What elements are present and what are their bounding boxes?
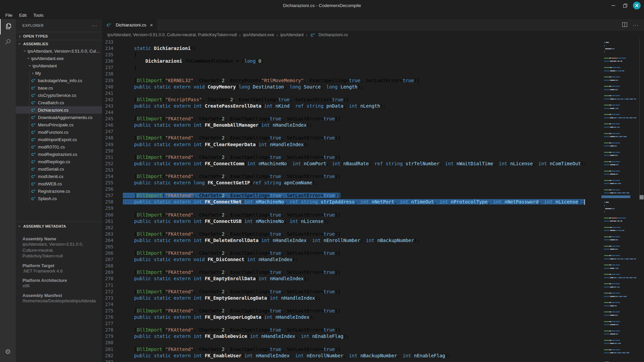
code-line-233[interactable]: 233 [102,39,601,45]
code-line-262[interactable]: 262 [102,225,601,231]
code-line-248[interactable]: 248 [DllImport("FKAttend", CharSet=2, Ex… [102,135,601,141]
menu-item-tools[interactable]: Tools [30,12,47,18]
tree-item-ipsattendant-version-3-51-0-0-cul-[interactable]: ›ipsAttendant, Version=3.51.0.0, Cul… [16,47,102,55]
code-line-269[interactable]: 269 [DllImport("FKAttend", CharSet=2, Ex… [102,269,601,276]
tree-item-modregistrazioni-cs[interactable]: C#modRegistrazioni.cs [16,150,102,158]
menu-item-file[interactable]: File [2,12,16,18]
code-line-258[interactable]: 258····public·static·extern·int·FK_Conne… [102,199,601,205]
code-line-260[interactable]: 260 [DllImport("FKAttend", CharSet=2, Ex… [102,212,601,218]
breadcrumb-item[interactable]: ipsAttendant, Version=3.51.0.0, Culture=… [107,33,237,37]
code-line-249[interactable]: 249 public static extern int FK_ClearKee… [102,141,601,148]
search-activity-button[interactable] [0,35,16,50]
code-line-235[interactable]: 235 { [102,52,601,58]
tree-item-registrazione-cs[interactable]: C#Registrazione.cs [16,187,102,195]
tree-item-ipsattendant-exe[interactable]: ›ipsAttendant.exe [16,55,102,62]
code-line-270[interactable]: 270 public static extern int FK_EmptyEnr… [102,276,601,282]
tree-item-my[interactable]: ›My [16,69,102,77]
tree-item-creabatch-cs[interactable]: C#CreaBatch.cs [16,99,102,106]
code-line-280[interactable]: 280 [102,340,601,346]
menu-item-edit[interactable]: Edit [16,12,30,18]
csharp-file-icon: C# [31,129,36,135]
code-line-273[interactable]: 273 public static extern int FK_EmptyGen… [102,295,601,301]
tree-item-menuprincipale-cs[interactable]: C#MenuPrincipale.cs [16,121,102,128]
code-line-text: public static extern int FK_EnableDevice… [123,333,601,340]
code-line-255[interactable]: 255 public static extern long FK_Connect… [102,180,601,186]
code-line-278[interactable]: 278 [DllImport("FKAttend", CharSet=2, Ex… [102,327,601,333]
code-line-244[interactable]: 244 [102,109,601,116]
code-line-238[interactable]: 238 [102,71,601,77]
code-line-239[interactable]: 239 [DllImport("KERNEL32", CharSet=2, En… [102,77,601,84]
tab-close-icon[interactable]: × [150,22,153,28]
tree-item-modutenti-cs[interactable]: C#modUtenti.cs [16,173,102,180]
code-line-264[interactable]: 264 public static extern int FK_DeleteEn… [102,237,601,244]
tab-dichiarazioni[interactable]: C# Dichiarazioni.cs × [102,19,157,31]
tree-item-modweb-cs[interactable]: C#modWEB.cs [16,180,102,187]
code-line-257[interactable]: 257····[DllImport("FKAttend",·CharSet=2,… [102,192,601,199]
csharp-file-icon: C# [31,188,36,194]
code-line-259[interactable]: 259 [102,205,601,212]
code-line-247[interactable]: 247 [102,128,601,135]
code-line-283[interactable]: 283 [102,359,601,362]
breadcrumb-item[interactable]: ipsAttendant [280,33,304,37]
code-line-276[interactable]: 276 public static extern int FK_EmptySup… [102,314,601,320]
tree-item-clscryptoservice-cs[interactable]: C#clsCryptoService.cs [16,92,102,99]
breadcrumb-item[interactable]: ipsAttendant.exe [243,33,274,37]
code-line-267[interactable]: 267 public static extern void FK_DisConn… [102,256,601,263]
tree-item-dichiarazioni-cs[interactable]: C#Dichiarazioni.cs [16,106,102,114]
code-line-282[interactable]: 282 public static extern int FK_EnableUs… [102,353,601,359]
section-open-types[interactable]: › OPEN TYPES [16,32,102,40]
code-editor[interactable]: 233234 static Dichiarazioni()235 {236 Di… [102,39,644,362]
code-line-251[interactable]: 251 [DllImport("FKAttend", CharSet=2, Ex… [102,154,601,161]
line-number: 246 [102,122,118,128]
code-line-252[interactable]: 252 public static extern int FK_ConnectC… [102,161,601,167]
code-line-242[interactable]: 242 [DllImport("EncriptPass", CharSet=2,… [102,97,601,103]
code-line-254[interactable]: 254 [DllImport("FKAttend", CharSet=2, Ex… [102,173,601,180]
code-line-243[interactable]: 243 public static extern int CreatePassE… [102,103,601,109]
code-line-263[interactable]: 263 [DllImport("FKAttend", CharSet=2, Ex… [102,231,601,237]
code-line-265[interactable]: 265 [102,244,601,250]
close-button[interactable] [633,2,641,9]
code-line-246[interactable]: 246 public static extern int FK_BenumbAl… [102,122,601,128]
tree-item-modfunzioni-cs[interactable]: C#modFunzioni.cs [16,128,102,136]
code-line-256[interactable]: 256 [102,186,601,192]
code-line-275[interactable]: 275 [DllImport("FKAttend", CharSet=2, Ex… [102,308,601,314]
section-assembly-metadata[interactable]: › ASSEMBLY METADATA [16,222,102,230]
split-editor-icon[interactable] [622,22,627,28]
settings-button[interactable]: ⚙ [0,344,16,359]
tree-item-splash-cs[interactable]: C#Splash.cs [16,195,102,202]
maximize-restore-button[interactable] [621,1,630,10]
code-line-266[interactable]: 266 [DllImport("FKAttend", CharSet=2, Ex… [102,250,601,256]
more-actions-icon[interactable]: ··· [633,22,639,28]
code-line-272[interactable]: 272 [DllImport("FKAttend", CharSet=2, Ex… [102,289,601,295]
section-assemblies[interactable]: › ASSEMBLIES [16,40,102,47]
tree-item-base-cs[interactable]: C#base.cs [16,84,102,92]
code-line-236[interactable]: 236 Dichiarazioni.fnCommHandleIndex = (l… [102,58,601,64]
code-line-281[interactable]: 281 [DllImport("FKAttend", CharSet=2, Ex… [102,346,601,353]
tree-item-modimportexport-cs[interactable]: C#modImportExport.cs [16,136,102,143]
tree-item-modseriali-cs[interactable]: C#modSeriali.cs [16,165,102,173]
code-line-237[interactable]: 237 } [102,64,601,71]
code-line-253[interactable]: 253 [102,167,601,173]
minimize-button[interactable] [609,1,618,10]
code-line-250[interactable]: 250 [102,148,601,154]
tree-item-modriepilogo-cs[interactable]: C#modRiepilogo.cs [16,158,102,165]
code-line-271[interactable]: 271 [102,282,601,289]
tree-item-backstageview-info-cs[interactable]: C#backstageView_info.cs [16,77,102,84]
code-line-268[interactable]: 268 [102,263,601,269]
breadcrumb-item[interactable]: C#Dichiarazioni.cs [310,32,348,38]
code-line-234[interactable]: 234 static Dichiarazioni() [102,45,601,52]
code-line-245[interactable]: 245 [DllImport("FKAttend", CharSet=2, Ex… [102,116,601,122]
code-line-277[interactable]: 277 [102,320,601,327]
code-line-279[interactable]: 279 public static extern int FK_EnableDe… [102,333,601,340]
code-line-241[interactable]: 241 [102,90,601,97]
explorer-more-button[interactable]: ··· [92,23,97,28]
tree-item-ipsattendant[interactable]: ›ipsAttendant [16,62,102,69]
explorer-activity-button[interactable] [0,19,16,35]
scrollbar-thumb[interactable] [640,195,644,199]
minimap[interactable] [601,39,639,362]
code-line-274[interactable]: 274 [102,301,601,308]
tree-item-downloadaggiornamento-cs[interactable]: C#DownloadAggiornamento.cs [16,114,102,121]
code-line-261[interactable]: 261 public static extern int FK_ConnectU… [102,218,601,225]
code-line-240[interactable]: 240 public static extern void CopyMemory… [102,84,601,90]
tree-item-modr0701-cs[interactable]: C#modR0701.cs [16,143,102,150]
